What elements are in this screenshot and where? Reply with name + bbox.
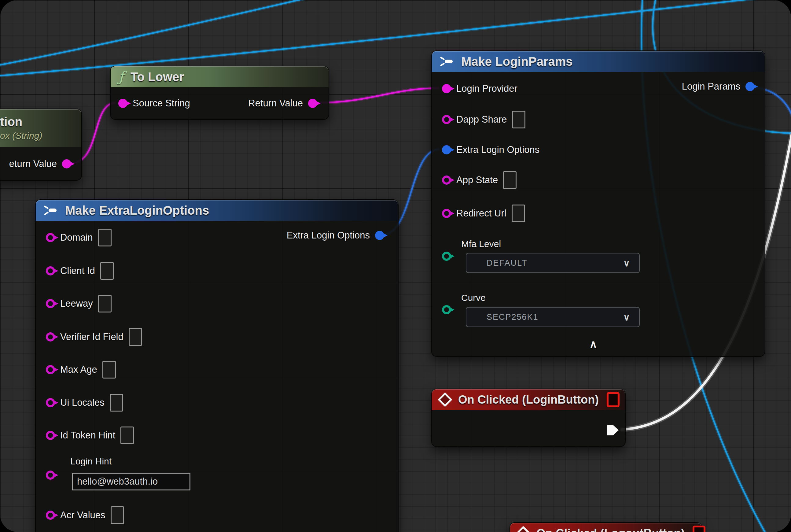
pin-source-string[interactable] xyxy=(118,99,128,108)
mfa-level-label: Mfa Level xyxy=(461,239,501,249)
make-struct-icon xyxy=(440,57,455,66)
pin-redirect-url[interactable] xyxy=(442,209,451,218)
chevron-down-icon: ∨ xyxy=(623,312,630,323)
app-state-value-field[interactable] xyxy=(503,171,517,189)
pin-extra-login-options-out[interactable] xyxy=(375,231,384,240)
pin-label: Client Id xyxy=(60,265,95,277)
pin-acr-values[interactable] xyxy=(46,511,55,520)
pin-login-hint[interactable] xyxy=(46,471,55,480)
pin-leeway[interactable] xyxy=(46,299,55,308)
node-title: On Clicked (LogoutButton) xyxy=(536,527,684,532)
login-hint-input[interactable]: hello@web3auth.io xyxy=(72,473,190,490)
verifier-id-value-field[interactable] xyxy=(129,328,142,346)
pin-label: Acr Values xyxy=(60,510,105,521)
event-diamond-icon xyxy=(438,392,452,407)
pin-label: Redirect Url xyxy=(456,208,506,219)
pin-mfa-level[interactable] xyxy=(442,252,451,261)
curve-dropdown[interactable]: SECP256K1 ∨ xyxy=(466,307,640,327)
pin-curve[interactable] xyxy=(442,305,451,314)
node-title: On Clicked (LoginButton) xyxy=(458,393,599,406)
chevron-down-icon: ∨ xyxy=(623,258,630,268)
node-header[interactable]: Make ExtraLoginOptions xyxy=(36,200,398,221)
pin-label: Max Age xyxy=(60,364,97,375)
node-header[interactable]: ƒ To Lower xyxy=(111,66,329,87)
pin-domain[interactable] xyxy=(46,233,55,242)
node-header[interactable]: tion ox (String) xyxy=(0,109,81,147)
delegate-box-icon[interactable] xyxy=(607,392,619,407)
redirect-url-value-field[interactable] xyxy=(512,205,525,222)
pin-ui-locales[interactable] xyxy=(46,398,55,407)
node-subtitle-fragment: ox (String) xyxy=(0,131,42,141)
dapp-share-value-field[interactable] xyxy=(512,111,525,128)
node-make-login-params[interactable]: Make LoginParams Login Params Login Prov… xyxy=(431,51,765,357)
pin-label: App State xyxy=(456,175,498,186)
pin-label: Extra Login Options xyxy=(287,230,370,241)
node-get-text-partial[interactable]: tion ox (String) eturn Value xyxy=(0,109,82,181)
pin-extra-login-options-in[interactable] xyxy=(442,145,451,154)
make-struct-icon xyxy=(44,206,58,215)
pin-login-params-out[interactable] xyxy=(746,82,755,91)
curve-value: SECP256K1 xyxy=(487,312,539,322)
node-header[interactable]: Make LoginParams xyxy=(432,51,765,72)
node-header[interactable]: On Clicked (LogoutButton) xyxy=(510,523,702,532)
pin-app-state[interactable] xyxy=(442,175,451,185)
pin-label: Id Token Hint xyxy=(60,430,115,441)
domain-value-field[interactable] xyxy=(98,229,112,246)
pin-return-value[interactable] xyxy=(308,99,317,108)
pin-dapp-share[interactable] xyxy=(442,115,451,124)
pin-label: Verifier Id Field xyxy=(60,331,123,342)
pin-id-token-hint[interactable] xyxy=(46,431,55,440)
node-to-lower[interactable]: ƒ To Lower Source String Return Value xyxy=(110,66,329,120)
wire-blue-topleft-steep[interactable] xyxy=(0,0,332,66)
client-id-value-field[interactable] xyxy=(100,262,114,280)
node-title-fragment: tion xyxy=(0,115,22,129)
mfa-level-value: DEFAULT xyxy=(487,258,527,268)
event-diamond-icon xyxy=(516,526,530,532)
function-f-icon: ƒ xyxy=(119,70,124,84)
delegate-box-icon[interactable] xyxy=(693,526,706,532)
blueprint-canvas[interactable]: tion ox (String) eturn Value ƒ To Lower … xyxy=(0,0,791,532)
pin-login-provider[interactable] xyxy=(442,84,451,93)
pin-label: eturn Value xyxy=(9,158,57,169)
pin-label: Return Value xyxy=(248,98,303,109)
node-title: Make ExtraLoginOptions xyxy=(65,204,209,217)
pin-label: Domain xyxy=(60,232,93,243)
curve-label: Curve xyxy=(461,292,486,303)
node-title: To Lower xyxy=(131,70,184,84)
collapse-node-button[interactable]: ∧ xyxy=(589,338,597,351)
id-token-hint-value-field[interactable] xyxy=(120,426,134,444)
pin-max-age[interactable] xyxy=(46,365,55,374)
acr-values-value-field[interactable] xyxy=(111,506,124,524)
node-title: Make LoginParams xyxy=(461,55,573,69)
pin-label: Login Provider xyxy=(456,83,518,94)
exec-output-pin[interactable] xyxy=(607,425,619,435)
pin-label: Source String xyxy=(133,98,190,109)
leeway-value-field[interactable] xyxy=(98,295,112,312)
pin-verifier-id-field[interactable] xyxy=(46,332,55,342)
node-on-clicked-login-button[interactable]: On Clicked (LoginButton) xyxy=(431,388,626,447)
node-on-clicked-logout-button[interactable]: On Clicked (LogoutButton) xyxy=(509,522,702,532)
ui-locales-value-field[interactable] xyxy=(110,394,123,412)
pin-return-value-out[interactable] xyxy=(62,159,71,169)
login-hint-label: Login Hint xyxy=(70,456,112,467)
pin-label: Ui Locales xyxy=(60,397,104,408)
pin-label: Dapp Share xyxy=(456,114,507,125)
pin-client-id[interactable] xyxy=(46,266,55,276)
max-age-value-field[interactable] xyxy=(102,361,116,379)
mfa-level-dropdown[interactable]: DEFAULT ∨ xyxy=(466,253,640,273)
pin-label: Extra Login Options xyxy=(456,144,539,155)
node-header[interactable]: On Clicked (LoginButton) xyxy=(432,389,625,410)
pin-label: Leeway xyxy=(60,298,93,309)
node-make-extra-login-options[interactable]: Make ExtraLoginOptions Extra Login Optio… xyxy=(35,200,399,532)
pin-label: Login Params xyxy=(682,81,740,92)
